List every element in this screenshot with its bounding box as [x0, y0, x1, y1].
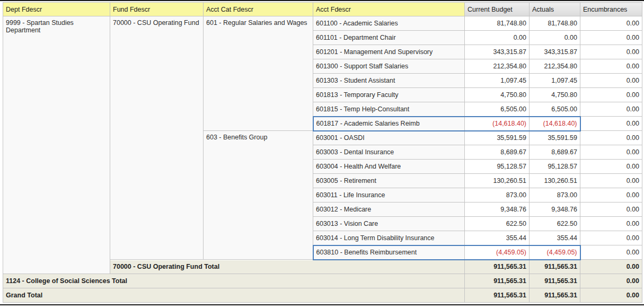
- encumbrances-cell[interactable]: 0.00: [580, 16, 642, 31]
- encumbrances-cell[interactable]: 0.00: [580, 145, 642, 160]
- col-header-dept-fdescr[interactable]: Dept Fdescr: [3, 3, 110, 16]
- encumbrances-cell[interactable]: 0.00: [580, 174, 642, 188]
- current-budget-cell[interactable]: 4,750.80: [465, 88, 530, 102]
- current-budget-cell[interactable]: 0.00: [465, 31, 530, 45]
- actuals-cell[interactable]: 8,689.67: [530, 145, 580, 160]
- actuals-cell[interactable]: 95,128.57: [530, 160, 580, 174]
- col-header-actuals[interactable]: Actuals: [530, 3, 580, 16]
- current-budget-cell[interactable]: 130,260.51: [465, 174, 530, 188]
- col-header-current-budget[interactable]: Current Budget: [465, 3, 530, 16]
- acct-cell[interactable]: 601815 - Temp Help-Consultant: [313, 102, 465, 117]
- current-budget-cell[interactable]: 95,128.57: [465, 160, 530, 174]
- grand-total-current-budget[interactable]: 911,565.31: [465, 288, 530, 303]
- actuals-cell[interactable]: 873.00: [530, 188, 580, 203]
- encumbrances-cell[interactable]: 0.00: [580, 188, 642, 203]
- actuals-cell[interactable]: 6,505.00: [530, 102, 580, 117]
- encumbrances-cell[interactable]: 0.00: [580, 74, 642, 88]
- actuals-cell[interactable]: 0.00: [530, 31, 580, 45]
- encumbrances-cell[interactable]: 0.00: [580, 59, 642, 74]
- actuals-cell-negative[interactable]: (14,618.40): [530, 117, 580, 131]
- actuals-cell-negative[interactable]: (4,459.05): [530, 245, 580, 260]
- current-budget-cell[interactable]: 622.50: [465, 217, 530, 231]
- acct-cell[interactable]: 603014 - Long Term Disability Insurance: [313, 231, 465, 245]
- acct-cell-highlighted[interactable]: 603810 - Benefits Reimbursement: [313, 245, 465, 260]
- actuals-cell[interactable]: 355.44: [530, 231, 580, 245]
- current-budget-cell-negative[interactable]: (14,618.40): [465, 117, 530, 131]
- acct-cell[interactable]: 601100 - Academic Salaries: [313, 16, 465, 31]
- encumbrances-cell[interactable]: 0.00: [580, 31, 642, 45]
- actuals-cell[interactable]: 4,750.80: [530, 88, 580, 102]
- col-header-fund-fdescr[interactable]: Fund Fdescr: [110, 3, 204, 16]
- col-header-acct-fdescr[interactable]: Acct Fdescr: [313, 3, 465, 16]
- col-header-encumbrances[interactable]: Encumbrances: [580, 3, 642, 16]
- actuals-cell[interactable]: 35,591.59: [530, 131, 580, 145]
- current-budget-cell[interactable]: 343,315.87: [465, 45, 530, 59]
- acct-cell[interactable]: 603011 - Life Insurance: [313, 188, 465, 203]
- actuals-cell[interactable]: 130,260.51: [530, 174, 580, 188]
- acct-cell[interactable]: 603012 - Medicare: [313, 203, 465, 217]
- acct-cell[interactable]: 603013 - Vision Care: [313, 217, 465, 231]
- top-divider: [0, 0, 644, 1]
- acct-cell[interactable]: 603005 - Retirement: [313, 174, 465, 188]
- encumbrances-cell[interactable]: 0.00: [580, 217, 642, 231]
- college-total-actuals[interactable]: 911,565.31: [530, 274, 580, 288]
- actuals-cell[interactable]: 343,315.87: [530, 45, 580, 59]
- encumbrances-cell[interactable]: 0.00: [580, 160, 642, 174]
- fund-total-label[interactable]: 70000 - CSU Operating Fund Total: [110, 260, 465, 274]
- grand-total-label[interactable]: Grand Total: [3, 288, 465, 303]
- current-budget-cell-negative[interactable]: (4,459.05): [465, 245, 530, 260]
- acct-cell[interactable]: 601300 - Support Staff Salaries: [313, 59, 465, 74]
- college-total-label[interactable]: 1124 - College of Social Sciences Total: [3, 274, 465, 288]
- current-budget-cell[interactable]: 355.44: [465, 231, 530, 245]
- table-row: 9999 - Spartan Studies Department 70000 …: [3, 16, 642, 31]
- fund-cell[interactable]: 70000 - CSU Operating Fund: [110, 16, 204, 260]
- encumbrances-cell[interactable]: 0.00: [580, 203, 642, 217]
- current-budget-cell[interactable]: 8,689.67: [465, 145, 530, 160]
- fund-total-encumbrances[interactable]: 0.00: [580, 260, 642, 274]
- acct-cell[interactable]: 601303 - Student Assistant: [313, 74, 465, 88]
- acct-cell[interactable]: 601813 - Temporary Faculty: [313, 88, 465, 102]
- actuals-cell[interactable]: 9,348.76: [530, 203, 580, 217]
- encumbrances-cell[interactable]: 0.00: [580, 45, 642, 59]
- acct-cat-cell[interactable]: 603 - Benefits Group: [204, 131, 313, 260]
- encumbrances-cell[interactable]: 0.00: [580, 102, 642, 117]
- col-header-acct-cat-fdescr[interactable]: Acct Cat Fdescr: [204, 3, 313, 16]
- encumbrances-cell[interactable]: 0.00: [580, 231, 642, 245]
- current-budget-cell[interactable]: 873.00: [465, 188, 530, 203]
- actuals-cell[interactable]: 212,354.80: [530, 59, 580, 74]
- encumbrances-cell[interactable]: 0.00: [580, 88, 642, 102]
- acct-cell[interactable]: 601201 - Management And Supervisory: [313, 45, 465, 59]
- current-budget-cell[interactable]: 1,097.45: [465, 74, 530, 88]
- current-budget-cell[interactable]: 6,505.00: [465, 102, 530, 117]
- acct-cat-cell[interactable]: 601 - Regular Salaries and Wages: [204, 16, 313, 131]
- fund-total-actuals[interactable]: 911,565.31: [530, 260, 580, 274]
- dept-cell[interactable]: 9999 - Spartan Studies Department: [3, 16, 110, 274]
- header-row: Dept Fdescr Fund Fdescr Acct Cat Fdescr …: [3, 3, 642, 16]
- acct-cell-highlighted[interactable]: 601817 - Academic Salaries Reimb: [313, 117, 465, 131]
- college-total-encumbrances[interactable]: 0.00: [580, 274, 642, 288]
- budget-pivot-table: Dept Fdescr Fund Fdescr Acct Cat Fdescr …: [3, 2, 642, 303]
- current-budget-cell[interactable]: 212,354.80: [465, 59, 530, 74]
- bottom-divider: [0, 304, 644, 305]
- acct-cell[interactable]: 603004 - Health And Welfare: [313, 160, 465, 174]
- current-budget-cell[interactable]: 9,348.76: [465, 203, 530, 217]
- grand-total-encumbrances[interactable]: 0.00: [580, 288, 642, 303]
- actuals-cell[interactable]: 622.50: [530, 217, 580, 231]
- grand-total-actuals[interactable]: 911,565.31: [530, 288, 580, 303]
- encumbrances-cell[interactable]: 0.00: [580, 245, 642, 260]
- college-total-row: 1124 - College of Social Sciences Total …: [3, 274, 642, 288]
- current-budget-cell[interactable]: 81,748.80: [465, 16, 530, 31]
- college-total-current-budget[interactable]: 911,565.31: [465, 274, 530, 288]
- acct-cell[interactable]: 603001 - OASDI: [313, 131, 465, 145]
- actuals-cell[interactable]: 1,097.45: [530, 74, 580, 88]
- acct-cell[interactable]: 601101 - Department Chair: [313, 31, 465, 45]
- actuals-cell[interactable]: 81,748.80: [530, 16, 580, 31]
- fund-total-current-budget[interactable]: 911,565.31: [465, 260, 530, 274]
- current-budget-cell[interactable]: 35,591.59: [465, 131, 530, 145]
- grand-total-row: Grand Total 911,565.31 911,565.31 0.00: [3, 288, 642, 303]
- encumbrances-cell[interactable]: 0.00: [580, 131, 642, 145]
- encumbrances-cell[interactable]: 0.00: [580, 117, 642, 131]
- acct-cell[interactable]: 603003 - Dental Insurance: [313, 145, 465, 160]
